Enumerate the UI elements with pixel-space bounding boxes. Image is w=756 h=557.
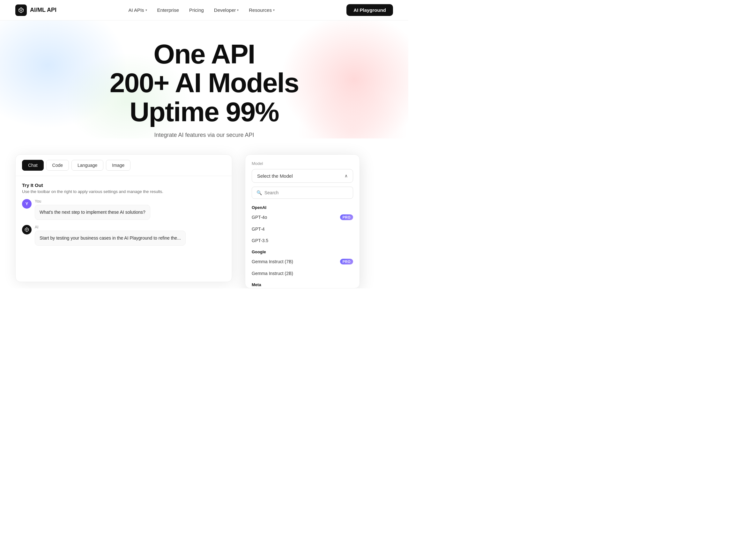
model-group-google: Google <box>245 246 360 256</box>
model-select-trigger[interactable]: Select the Model ∧ <box>252 169 353 183</box>
tab-chat[interactable]: Chat <box>22 160 44 171</box>
ai-playground-button[interactable]: AI Playground <box>346 4 393 16</box>
chat-tabs: Chat Code Language Image <box>16 155 232 176</box>
model-item-gemma-7b[interactable]: Gemma Instruct (7B) PRO <box>245 256 360 268</box>
tab-code[interactable]: Code <box>46 160 69 171</box>
model-search-input[interactable] <box>265 190 348 195</box>
model-dropdown-panel: Model Select the Model ∧ 🔍 OpenAI GPT-4o… <box>245 154 360 288</box>
hero-content: One API 200+ AI Models Uptime 99% Integr… <box>15 39 393 139</box>
chevron-down-icon: ▾ <box>237 8 239 12</box>
ai-avatar <box>22 225 32 234</box>
search-icon: 🔍 <box>256 190 262 195</box>
nav-item-ai-apis[interactable]: AI APIs ▾ <box>128 7 147 13</box>
nav-item-resources[interactable]: Resources ▾ <box>249 7 275 13</box>
ai-label: AI <box>35 225 186 229</box>
chat-body: Try It Out Use the toolbar on the right … <box>16 176 232 257</box>
nav-item-pricing[interactable]: Pricing <box>189 7 204 13</box>
tab-language[interactable]: Language <box>71 160 103 171</box>
demo-section: Chat Code Language Image Try It Out Use … <box>0 142 408 288</box>
logo-icon <box>15 4 27 16</box>
tab-image[interactable]: Image <box>106 160 130 171</box>
user-avatar: Y <box>22 199 32 209</box>
model-list: OpenAI GPT-4o PRO GPT-4 GPT-3.5 Google G… <box>245 199 360 288</box>
navbar: AI/ML API AI APIs ▾ Enterprise Pricing D… <box>0 0 408 21</box>
user-message: Y You What's the next step to implement … <box>22 199 225 220</box>
nav-links: AI APIs ▾ Enterprise Pricing Developer ▾… <box>128 7 275 13</box>
pro-badge-gemma7b: PRO <box>340 259 353 264</box>
model-select-text: Select the Model <box>257 173 293 179</box>
nav-item-developer[interactable]: Developer ▾ <box>214 7 239 13</box>
logo-text: AI/ML API <box>30 7 57 13</box>
hero-subtitle: Integrate AI features via our secure API <box>15 132 393 139</box>
try-it-out-title: Try It Out <box>22 182 225 188</box>
model-item-gemma-2b[interactable]: Gemma Instruct (2B) <box>245 268 360 279</box>
hero-section: One API 200+ AI Models Uptime 99% Integr… <box>0 21 408 139</box>
try-it-out-description: Use the toolbar on the right to apply va… <box>22 189 225 194</box>
model-item-gpt4o[interactable]: GPT-4o PRO <box>245 211 360 223</box>
chevron-down-icon: ▾ <box>146 8 147 12</box>
ai-message-content: AI Start by testing your business cases … <box>35 225 186 246</box>
model-group-meta: Meta <box>245 279 360 288</box>
user-label: You <box>35 199 150 204</box>
user-message-content: You What's the next step to implement th… <box>35 199 150 220</box>
chevron-down-icon: ▾ <box>273 8 275 12</box>
chat-window: Chat Code Language Image Try It Out Use … <box>15 154 232 282</box>
ai-bubble: Start by testing your business cases in … <box>35 231 186 246</box>
try-it-out-section: Try It Out Use the toolbar on the right … <box>22 182 225 194</box>
model-header: Model Select the Model ∧ 🔍 <box>245 155 360 199</box>
model-item-gpt35[interactable]: GPT-3.5 <box>245 235 360 246</box>
hero-heading: One API 200+ AI Models Uptime 99% <box>15 39 393 126</box>
pro-badge-gpt4o: PRO <box>340 214 353 220</box>
user-bubble: What's the next step to implement these … <box>35 205 150 220</box>
model-group-openai: OpenAI <box>245 202 360 211</box>
model-item-gpt4[interactable]: GPT-4 <box>245 223 360 235</box>
model-label: Model <box>252 161 353 166</box>
chevron-up-icon: ∧ <box>344 173 348 178</box>
logo[interactable]: AI/ML API <box>15 4 57 16</box>
ai-message: AI Start by testing your business cases … <box>22 225 225 246</box>
model-search-box[interactable]: 🔍 <box>252 187 353 199</box>
nav-item-enterprise[interactable]: Enterprise <box>157 7 179 13</box>
